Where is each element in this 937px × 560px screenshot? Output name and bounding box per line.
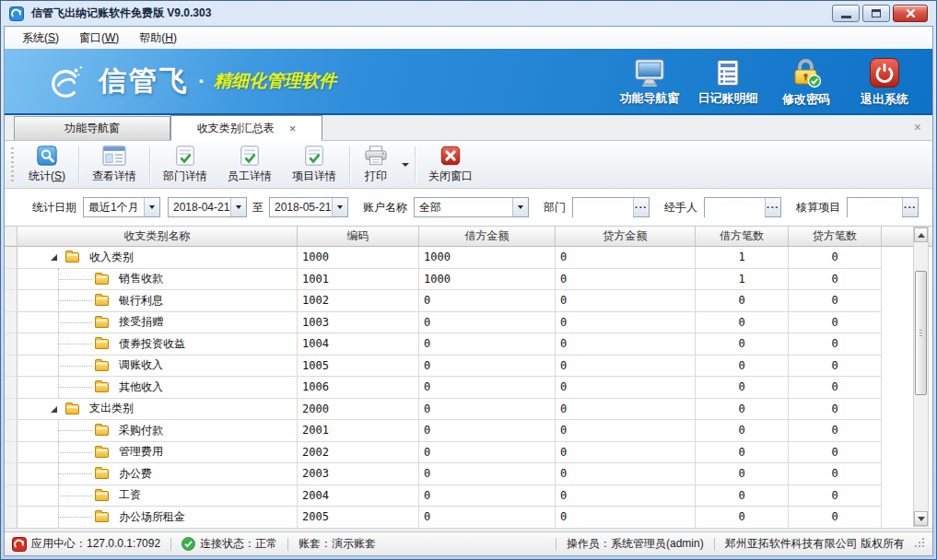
credit-amount-cell: 0 — [556, 463, 696, 485]
table-row[interactable]: 其他收入 1006 0 0 0 0 — [5, 377, 932, 399]
credit-count-cell: 0 — [789, 290, 882, 312]
journal-icon — [713, 58, 743, 88]
banner-button-label: 退出系统 — [861, 91, 908, 108]
department-input[interactable] — [573, 198, 633, 218]
credit-amount-cell: 0 — [556, 507, 696, 528]
table-row[interactable]: 支出类别 2000 0 0 0 0 — [5, 399, 932, 421]
close-window-button[interactable]: 关闭窗口 — [418, 143, 483, 186]
tab-nav-window[interactable]: 功能导航窗 — [14, 116, 170, 140]
menu-help[interactable]: 帮助(H) — [129, 27, 187, 50]
column-header-credit-count[interactable]: 贷方笔数 — [789, 227, 882, 246]
dropdown-button[interactable] — [144, 198, 159, 216]
dept-detail-button[interactable]: 部门详情 — [153, 143, 217, 186]
nav-window-button[interactable]: 功能导航窗 — [613, 53, 686, 110]
status-operator: 操作员：系统管理员(admin) — [567, 536, 704, 552]
column-header-code[interactable]: 编码 — [298, 227, 419, 246]
table-row[interactable]: 办公场所租金 2005 0 0 0 0 — [5, 507, 932, 528]
account-label: 账户名称 — [363, 200, 407, 216]
dropdown-button[interactable] — [332, 198, 347, 216]
minimize-icon — [841, 16, 851, 18]
table-row[interactable]: 采购付款 2001 0 0 0 0 — [5, 420, 932, 442]
toolbar-button-label: 统计(S) — [29, 169, 65, 184]
credit-count-cell: 0 — [789, 377, 882, 399]
debit-amount-cell: 0 — [419, 485, 556, 508]
print-dropdown-caret[interactable] — [399, 146, 412, 183]
maximize-button[interactable] — [862, 5, 890, 22]
handler-field[interactable]: ··· — [704, 197, 781, 217]
lookup-ellipsis-button[interactable]: ··· — [633, 198, 649, 216]
column-header-name[interactable]: 收支类别名称 — [18, 227, 298, 246]
table-row[interactable]: 调账收入 1005 0 0 0 0 — [5, 356, 932, 378]
table-row[interactable]: 办公费 2003 0 0 0 0 — [5, 463, 932, 485]
table-row[interactable]: 接受捐赠 1003 0 0 0 0 — [5, 312, 932, 334]
debit-amount-cell: 0 — [419, 312, 556, 334]
stats-icon — [36, 145, 58, 167]
window-title: 信管飞出纳记账软件免费版 V9.0.303 — [29, 6, 826, 21]
category-name: 接受捐赠 — [119, 314, 163, 330]
project-input[interactable] — [848, 198, 902, 218]
department-field[interactable]: ··· — [572, 197, 650, 217]
lookup-ellipsis-button[interactable]: ··· — [902, 198, 918, 216]
toolbar-button-label: 员工详情 — [228, 169, 272, 184]
column-header-debit[interactable]: 借方金额 — [419, 227, 556, 246]
account-combo[interactable]: 全部 — [414, 197, 529, 217]
table-row[interactable]: 债券投资收益 1004 0 0 0 0 — [5, 333, 932, 356]
view-detail-button[interactable]: 查看详情 — [82, 143, 146, 186]
vertical-scrollbar[interactable] — [913, 227, 929, 527]
scroll-down-button[interactable] — [914, 511, 928, 526]
scrollbar-thumb[interactable] — [915, 271, 927, 395]
tabstrip-close-icon[interactable]: × — [914, 121, 921, 134]
scroll-up-button[interactable] — [914, 228, 928, 242]
category-name: 调账收入 — [119, 357, 163, 373]
journal-detail-button[interactable]: 日记账明细 — [691, 53, 765, 110]
status-app-center-text: 应用中心：127.0.0.1:7092 — [31, 536, 160, 552]
titlebar[interactable]: 信管飞出纳记账软件免费版 V9.0.303 — [4, 1, 933, 26]
tab-summary-report[interactable]: 收支类别汇总表 × — [170, 115, 322, 141]
print-button[interactable]: 打印 — [353, 143, 399, 186]
dropdown-button[interactable] — [230, 198, 246, 216]
table-row[interactable]: 收入类别 1000 1000 0 1 0 — [5, 247, 932, 269]
row-name-cell: 调账收入 — [18, 356, 298, 378]
close-button[interactable] — [893, 5, 928, 22]
category-name: 银行利息 — [119, 293, 163, 309]
row-gutter — [5, 333, 18, 356]
staff-detail-button[interactable]: 员工详情 — [217, 143, 282, 186]
tab-close-icon[interactable]: × — [289, 122, 297, 134]
project-detail-button[interactable]: 项目详情 — [282, 143, 346, 186]
credit-count-cell: 0 — [789, 399, 882, 421]
credit-amount-cell: 0 — [556, 333, 696, 356]
table-row[interactable]: 工资 2004 0 0 0 0 — [5, 485, 932, 508]
menu-system[interactable]: 系统(S) — [12, 27, 69, 50]
column-header-debit-count[interactable]: 借方笔数 — [696, 227, 789, 246]
menu-window[interactable]: 窗口(W) — [69, 27, 129, 50]
handler-input[interactable] — [705, 198, 765, 218]
dropdown-button[interactable] — [512, 198, 528, 216]
tab-label: 收支类别汇总表 — [197, 121, 275, 136]
category-name: 采购付款 — [119, 423, 163, 438]
resize-grip-icon[interactable] — [914, 537, 925, 551]
credit-amount-cell: 0 — [556, 377, 696, 399]
credit-count-cell: 0 — [789, 356, 882, 378]
date-from-picker[interactable]: 2018-04-21 — [168, 197, 247, 217]
lookup-ellipsis-button[interactable]: ··· — [765, 198, 780, 216]
change-password-button[interactable]: 修改密码 — [769, 53, 843, 110]
column-header-credit[interactable]: 贷方金额 — [556, 227, 696, 246]
table-row[interactable]: 银行利息 1002 0 0 0 0 — [5, 290, 932, 312]
table-row[interactable]: 管理费用 2002 0 0 0 0 — [5, 442, 932, 464]
minimize-button[interactable] — [832, 5, 860, 22]
exit-system-button[interactable]: 退出系统 — [848, 53, 921, 110]
category-name: 办公费 — [119, 466, 152, 482]
tree-expand-icon[interactable] — [51, 406, 57, 413]
table-row[interactable]: 销售收款 1001 1000 0 1 0 — [5, 269, 932, 291]
chevron-down-icon — [236, 205, 241, 209]
credit-amount-cell: 0 — [556, 442, 696, 464]
code-cell: 1006 — [298, 377, 419, 399]
debit-amount-cell: 0 — [419, 333, 556, 356]
date-to-picker[interactable]: 2018-05-21 — [269, 197, 348, 217]
folder-icon — [95, 512, 109, 522]
date-preset-combo[interactable]: 最近1个月 — [83, 197, 160, 217]
project-field[interactable]: ··· — [847, 197, 919, 217]
stats-button[interactable]: 统计(S) — [18, 143, 76, 186]
tree-expand-icon[interactable] — [51, 254, 57, 261]
toolbar-grip[interactable] — [11, 147, 14, 182]
